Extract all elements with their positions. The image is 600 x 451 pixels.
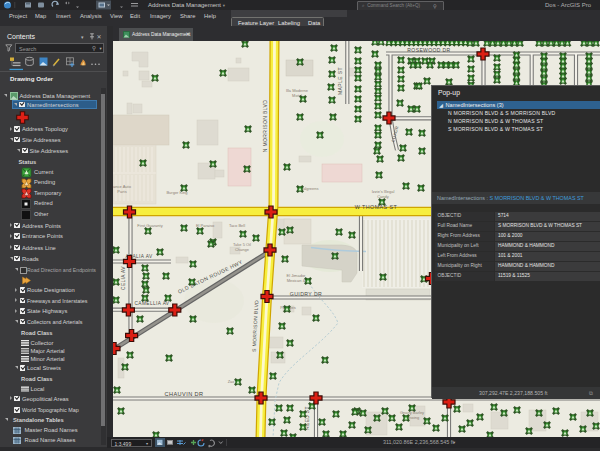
svg-text:CELIA AV: CELIA AV — [121, 265, 126, 289]
svg-text:ROSEWOOD DR: ROSEWOOD DR — [407, 46, 450, 52]
svg-text:GUIDRY DR: GUIDRY DR — [290, 290, 323, 296]
svg-text:Mexican &: Mexican & — [287, 278, 306, 283]
svg-text:W THOMAS ST: W THOMAS ST — [355, 204, 398, 210]
svg-text:First Guaranty: First Guaranty — [137, 223, 162, 228]
svg-text:Parts: Parts — [117, 189, 126, 194]
svg-text:Taco Bell: Taco Bell — [229, 223, 245, 228]
svg-text:N MORRISON BLVD: N MORRISON BLVD — [262, 99, 268, 152]
svg-text:El Paraiso: El Paraiso — [196, 223, 215, 228]
svg-text:Change: Change — [235, 247, 250, 252]
svg-text:REED ST: REED ST — [305, 406, 310, 430]
svg-text:Candy: Candy — [377, 194, 389, 199]
svg-text:CHAUVIN DR: CHAUVIN DR — [165, 390, 204, 396]
svg-text:Zax: Zax — [228, 379, 235, 384]
svg-text:CAMELLIA AV: CAMELLIA AV — [135, 300, 170, 305]
svg-text:MAPLE ST: MAPLE ST — [337, 67, 343, 95]
